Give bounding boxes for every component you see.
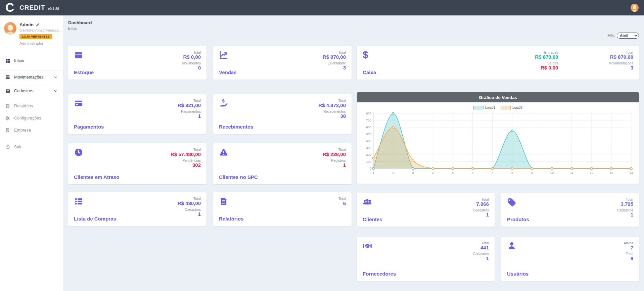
svg-text:400: 400	[366, 139, 371, 143]
stat-value: R$ 870,00	[323, 54, 346, 60]
stat-label: Cadastros	[473, 252, 489, 256]
sidebar-item-label: Configurações	[14, 116, 41, 120]
card-relatorios[interactable]: Relatórios Total 6	[213, 192, 352, 226]
svg-text:12: 12	[590, 171, 594, 175]
page-title: Dashboard	[68, 20, 639, 25]
sidebar-item-label: Movimentações	[14, 75, 44, 80]
stat-label: Recebimentos	[318, 109, 346, 113]
app-version: v0.1.88	[48, 7, 59, 11]
legend-item-loja02[interactable]: Loja02	[501, 106, 522, 109]
card-vendas[interactable]: Vendas Total R$ 870,00 Quantidade 3	[213, 46, 352, 80]
avatar-body	[632, 10, 637, 12]
stat-label: Pagamentos	[178, 109, 201, 113]
svg-text:700: 700	[366, 118, 371, 122]
sidebar-item-inicio[interactable]: Início	[0, 55, 63, 67]
stat-label: Cadastros	[178, 207, 201, 211]
stat-value: 0	[182, 65, 201, 71]
sidebar: Admin credit@anronsoftware.co... LOJA VE…	[0, 15, 63, 291]
month-select[interactable]: Abril	[617, 33, 639, 39]
sidebar-item-label: Relatórios	[14, 104, 33, 108]
avatar-head	[8, 25, 13, 31]
card-title: Usuários	[507, 271, 528, 277]
stat-value: R$ 228,00	[323, 152, 346, 157]
sidebar-nav: Início Movimentações Cadastros	[0, 55, 63, 153]
stat-value: R$ 430,00	[178, 201, 201, 206]
stat-value: 3	[323, 65, 346, 71]
legend-item-loja01[interactable]: Loja01	[473, 106, 495, 109]
stat-label: Movimentos	[182, 61, 201, 65]
avatar-head	[633, 5, 636, 9]
card-clientes-no-spc[interactable]: Clientes no SPC Total R$ 228,00 Registro…	[213, 143, 352, 184]
sidebar-user-avatar	[4, 22, 16, 35]
stat-value: R$ 0,00	[535, 65, 558, 71]
stat-value: R$ 870,00	[535, 54, 558, 60]
hand-dollar-icon: $	[219, 99, 228, 108]
sidebar-item-empresa[interactable]: Empresa	[0, 124, 63, 136]
grid-icon	[5, 58, 10, 63]
stat-value: 1	[473, 256, 489, 261]
stat-value: 38	[318, 113, 346, 119]
user-role: Administrador	[19, 41, 59, 45]
card-title: Relatórios	[219, 216, 243, 222]
sidebar-item-cadastros[interactable]: Cadastros	[0, 84, 63, 98]
card-clientes-em-atraso[interactable]: Clientes em Atraso Total R$ 57.480,00 Pe…	[68, 143, 206, 184]
legend-swatch-loja01	[473, 106, 484, 109]
file-icon	[219, 197, 228, 206]
stat-value: 441	[473, 245, 489, 251]
stat-label: Total	[624, 252, 633, 256]
topbar-user-avatar[interactable]	[631, 4, 639, 12]
svg-text:6: 6	[472, 171, 473, 175]
page-subtitle: Início	[68, 27, 639, 31]
svg-text:14: 14	[630, 171, 633, 175]
card-estoque[interactable]: Estoque Total R$ 0,00 Movimentos 0	[68, 46, 206, 80]
sidebar-item-sair[interactable]: Sair	[0, 141, 63, 153]
handshake-icon	[363, 241, 372, 250]
stat-label: Quantidade	[323, 61, 346, 65]
sidebar-item-relatorios[interactable]: Relatórios	[0, 100, 63, 112]
card-clientes[interactable]: Clientes Total 7.066 Cadastros 1	[357, 193, 495, 227]
card-title: Pagamentos	[74, 124, 104, 130]
svg-text:0: 0	[370, 166, 371, 170]
stat-value: 1	[178, 211, 201, 217]
svg-text:300: 300	[366, 146, 371, 150]
avatar-body	[7, 32, 14, 35]
stat-label: Saídas	[535, 61, 558, 65]
stat-value: R$ 0,00	[182, 54, 201, 60]
svg-text:200: 200	[366, 153, 371, 156]
stat-value: 1	[323, 162, 346, 168]
stat-value: 7.066	[473, 201, 489, 207]
sidebar-item-configuracoes[interactable]: Configurações	[0, 112, 63, 124]
topbar: C CREDIT v0.1.88	[0, 0, 644, 15]
sales-line-chart: 1234567891011121314010020030040050060070…	[362, 110, 634, 176]
chart-title: Gráfico de Vendas	[357, 92, 639, 102]
user-name: Admin	[19, 22, 34, 27]
svg-text:4: 4	[432, 171, 434, 175]
sidebar-item-label: Sair	[14, 145, 21, 149]
stat-label: Pendências	[171, 158, 201, 162]
svg-text:3: 3	[412, 171, 414, 175]
tag-icon	[507, 197, 516, 207]
svg-text:9: 9	[531, 171, 533, 175]
warning-icon	[219, 148, 228, 157]
stat-value: R$ 321,00	[178, 103, 201, 108]
clipboard-icon	[5, 103, 10, 109]
card-produtos[interactable]: Produtos Total 3.795 Cadastros 1	[501, 193, 639, 227]
stat-value: 8	[624, 256, 633, 261]
user-block: Admin credit@anronsoftware.co... LOJA VE…	[0, 22, 63, 50]
svg-text:7: 7	[492, 171, 493, 175]
card-caixa[interactable]: $ Caixa Entradas R$ 870,00 Saídas R$ 0,0…	[357, 46, 639, 80]
card-fornecedores[interactable]: Fornecedores Total 441 Cadastros 1	[357, 237, 495, 281]
month-label: Mês	[607, 34, 614, 38]
card-lista-de-compras[interactable]: Lista de Compras Total R$ 430,00 Cadastr…	[68, 192, 206, 226]
card-title: Estoque	[74, 69, 94, 75]
sidebar-item-label: Início	[14, 58, 24, 63]
stat-value: 1	[617, 212, 633, 218]
stat-label: Cadastros	[617, 208, 633, 212]
pencil-edit-icon[interactable]	[36, 23, 40, 27]
app-logo[interactable]: C CREDIT v0.1.88	[5, 1, 59, 14]
card-recebimentos[interactable]: $ Recebimentos Total R$ 4.872,00 Recebim…	[213, 94, 352, 134]
card-pagamentos[interactable]: Pagamentos Total R$ 321,00 Pagamentos 1	[68, 94, 206, 134]
sidebar-item-movimentacoes[interactable]: Movimentações	[0, 70, 63, 84]
svg-text:500: 500	[366, 132, 371, 136]
card-usuarios[interactable]: Usuários Ativos 7 Total 8	[501, 237, 639, 281]
